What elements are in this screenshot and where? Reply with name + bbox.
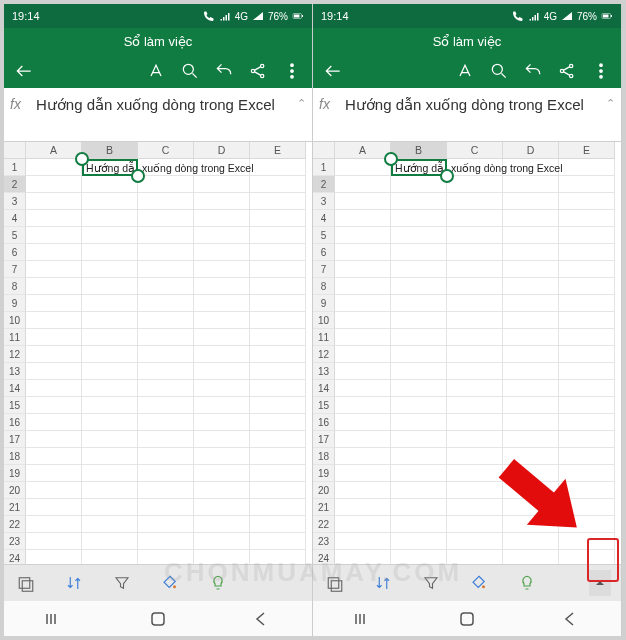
formula-bar[interactable]: fx Hướng dẫn xuống dòng trong Excel ⌃ (313, 88, 621, 142)
row-4[interactable]: 4 (4, 210, 26, 227)
row-13[interactable]: 13 (4, 363, 26, 380)
row-10[interactable]: 10 (313, 312, 335, 329)
more-icon[interactable] (280, 59, 304, 83)
back-icon[interactable] (321, 59, 345, 83)
col-C[interactable]: C (138, 142, 194, 159)
row-9[interactable]: 9 (4, 295, 26, 312)
sheets-icon[interactable] (323, 571, 347, 595)
nav-recents[interactable] (351, 609, 377, 629)
row-18[interactable]: 18 (4, 448, 26, 465)
sort-icon[interactable] (62, 571, 86, 595)
col-A[interactable]: A (26, 142, 82, 159)
row-24[interactable]: 24 (313, 550, 335, 564)
undo-icon[interactable] (212, 59, 236, 83)
row-8[interactable]: 8 (4, 278, 26, 295)
row-7[interactable]: 7 (313, 261, 335, 278)
row-15[interactable]: 15 (313, 397, 335, 414)
row-16[interactable]: 16 (4, 414, 26, 431)
share-icon[interactable] (555, 59, 579, 83)
selection-handle-br[interactable] (131, 169, 145, 183)
formula-input[interactable]: Hướng dẫn xuống dòng trong Excel (36, 94, 291, 116)
row-21[interactable]: 21 (4, 499, 26, 516)
row-15[interactable]: 15 (4, 397, 26, 414)
sort-icon[interactable] (371, 571, 395, 595)
col-A[interactable]: A (335, 142, 391, 159)
row-7[interactable]: 7 (4, 261, 26, 278)
row-17[interactable]: 17 (4, 431, 26, 448)
row-22[interactable]: 22 (313, 516, 335, 533)
font-icon[interactable] (453, 59, 477, 83)
nav-home[interactable] (454, 609, 480, 629)
row-12[interactable]: 12 (313, 346, 335, 363)
row-5[interactable]: 5 (313, 227, 335, 244)
nav-back[interactable] (248, 609, 274, 629)
col-E[interactable]: E (559, 142, 615, 159)
selection-handle-br[interactable] (440, 169, 454, 183)
row-1[interactable]: 1 (313, 159, 335, 176)
row-6[interactable]: 6 (313, 244, 335, 261)
fill-icon[interactable] (158, 571, 182, 595)
row-10[interactable]: 10 (4, 312, 26, 329)
row-2[interactable]: 2 (313, 176, 335, 193)
row-9[interactable]: 9 (313, 295, 335, 312)
formula-bar[interactable]: fx Hướng dẫn xuống dòng trong Excel ⌃ (4, 88, 312, 142)
share-icon[interactable] (246, 59, 270, 83)
row-4[interactable]: 4 (313, 210, 335, 227)
row-19[interactable]: 19 (313, 465, 335, 482)
col-B[interactable]: B (82, 142, 138, 159)
row-22[interactable]: 22 (4, 516, 26, 533)
row-21[interactable]: 21 (313, 499, 335, 516)
row-3[interactable]: 3 (4, 193, 26, 210)
cell-B2[interactable] (391, 176, 447, 193)
row-14[interactable]: 14 (4, 380, 26, 397)
font-icon[interactable] (144, 59, 168, 83)
row-23[interactable]: 23 (313, 533, 335, 550)
row-18[interactable]: 18 (313, 448, 335, 465)
more-icon[interactable] (589, 59, 613, 83)
row-20[interactable]: 20 (313, 482, 335, 499)
row-6[interactable]: 6 (4, 244, 26, 261)
collapse-caret-icon[interactable]: ⌃ (606, 94, 615, 110)
search-icon[interactable] (178, 59, 202, 83)
row-8[interactable]: 8 (313, 278, 335, 295)
row-17[interactable]: 17 (313, 431, 335, 448)
idea-icon[interactable] (206, 571, 230, 595)
filter-icon[interactable] (110, 571, 134, 595)
formula-input[interactable]: Hướng dẫn xuống dòng trong Excel (345, 94, 600, 116)
select-all-corner[interactable] (4, 142, 26, 159)
search-icon[interactable] (487, 59, 511, 83)
undo-icon[interactable] (521, 59, 545, 83)
nav-recents[interactable] (42, 609, 68, 629)
col-B[interactable]: B (391, 142, 447, 159)
selection-handle-tl[interactable] (384, 152, 398, 166)
row-23[interactable]: 23 (4, 533, 26, 550)
idea-icon[interactable] (515, 571, 539, 595)
row-16[interactable]: 16 (313, 414, 335, 431)
filter-icon[interactable] (419, 571, 443, 595)
sheets-icon[interactable] (14, 571, 38, 595)
row-14[interactable]: 14 (313, 380, 335, 397)
collapse-caret-icon[interactable]: ⌃ (297, 94, 306, 110)
col-C[interactable]: C (447, 142, 503, 159)
row-11[interactable]: 11 (4, 329, 26, 346)
fill-icon[interactable] (467, 571, 491, 595)
row-3[interactable]: 3 (313, 193, 335, 210)
row-5[interactable]: 5 (4, 227, 26, 244)
row-19[interactable]: 19 (4, 465, 26, 482)
spreadsheet[interactable]: A B C D E 1 2 3 4 5 6 7 8 9 10 11 12 13 … (313, 142, 621, 564)
col-D[interactable]: D (194, 142, 250, 159)
row-24[interactable]: 24 (4, 550, 26, 564)
row-20[interactable]: 20 (4, 482, 26, 499)
row-12[interactable]: 12 (4, 346, 26, 363)
row-11[interactable]: 11 (313, 329, 335, 346)
row-1[interactable]: 1 (4, 159, 26, 176)
nav-back[interactable] (557, 609, 583, 629)
row-13[interactable]: 13 (313, 363, 335, 380)
col-E[interactable]: E (250, 142, 306, 159)
nav-home[interactable] (145, 609, 171, 629)
select-all-corner[interactable] (313, 142, 335, 159)
spreadsheet[interactable]: A B C D E 1 2 3 4 5 6 7 8 9 10 11 12 13 … (4, 142, 312, 564)
expand-ribbon-button[interactable] (589, 570, 611, 596)
col-D[interactable]: D (503, 142, 559, 159)
selection-handle-tl[interactable] (75, 152, 89, 166)
